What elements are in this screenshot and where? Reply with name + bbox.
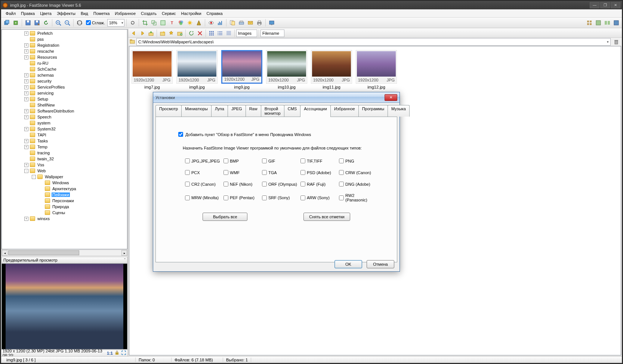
tree-item[interactable]: SchCache (2, 66, 127, 72)
tab-1[interactable]: Миниатюры (181, 105, 212, 117)
favorite-icon[interactable] (167, 29, 175, 37)
preview-collapse-icon[interactable]: ˇ (124, 258, 126, 262)
filetype-checkbox[interactable]: CR2 (Canon) (185, 182, 220, 186)
tree-item[interactable]: Windows (2, 180, 127, 186)
preview-pane[interactable] (1, 263, 127, 349)
tree-item[interactable]: ShellNew (2, 102, 127, 108)
tree-item[interactable]: +Resources (2, 54, 127, 60)
close-button[interactable]: ✕ (611, 2, 620, 8)
ratio-icon[interactable]: 1:1 (107, 351, 113, 355)
folder-tree[interactable]: +Prefetchpss+Registration+rescache+Resou… (1, 29, 127, 249)
clone-icon[interactable] (228, 19, 237, 27)
adjust-light-icon[interactable] (186, 19, 194, 27)
tree-item[interactable]: +Vss (2, 162, 127, 168)
tree-item[interactable]: +winsxs (2, 216, 127, 222)
tree-item[interactable]: +Registration (2, 42, 127, 48)
thumbnail-item[interactable]: 1920x1200JPGimg12.jpg (356, 50, 397, 89)
filetype-checkbox[interactable]: RW2 (Panasonic) (339, 193, 374, 202)
smoothing-checkbox[interactable]: Сглаж. (86, 20, 105, 25)
rotate-icon[interactable] (129, 19, 137, 27)
zoom-in-icon[interactable] (54, 19, 62, 27)
menu-избранное[interactable]: Избранное (112, 10, 138, 16)
filetype-checkbox[interactable]: PEF (Pentax) (223, 193, 259, 202)
filetype-checkbox[interactable]: PCX (185, 170, 220, 175)
view-details-icon[interactable] (225, 29, 233, 37)
copy-to-icon[interactable] (3, 19, 11, 27)
menu-вид[interactable]: Вид (78, 10, 90, 16)
tree-item[interactable]: -Web (2, 168, 127, 174)
nav-forward-icon[interactable] (138, 29, 147, 37)
crop-icon[interactable] (141, 19, 149, 27)
tree-item[interactable]: Сцены (2, 210, 127, 216)
tree-item[interactable]: +ServiceProfiles (2, 84, 127, 90)
tree-item[interactable]: +rescache (2, 48, 127, 54)
reload-icon[interactable] (42, 19, 50, 27)
filetype-checkbox[interactable]: TGA (262, 170, 297, 175)
tab-5[interactable]: Второй монитор (261, 105, 284, 117)
view-compare-icon[interactable] (603, 19, 611, 27)
new-folder-icon[interactable] (176, 29, 184, 37)
view-fullscreen-icon[interactable] (612, 19, 620, 27)
actual-size-icon[interactable]: 1:1 (75, 19, 84, 27)
menu-файл[interactable]: Файл (3, 10, 18, 16)
tree-item[interactable]: +schemas (2, 72, 127, 78)
filetype-checkbox[interactable]: TIF,TIFF (300, 158, 336, 163)
tree-item[interactable]: +Prefetch (2, 30, 127, 36)
save-as-icon[interactable] (33, 19, 41, 27)
save-icon[interactable] (24, 19, 32, 27)
menu-цвета[interactable]: Цвета (38, 10, 54, 16)
tree-item[interactable]: +Speech (2, 114, 127, 120)
filetype-checkbox[interactable]: RAF (Fuji) (300, 182, 336, 186)
filetype-checkbox[interactable]: NEF (Nikon) (223, 182, 259, 186)
scanner-icon[interactable] (237, 19, 246, 27)
lock-icon[interactable] (114, 350, 120, 356)
maximize-button[interactable]: ❐ (600, 2, 610, 8)
tab-3[interactable]: JPEG (228, 105, 246, 117)
menu-создать[interactable]: Создать (139, 10, 159, 16)
sharpen-icon[interactable] (195, 19, 203, 27)
tab-9[interactable]: Программы (358, 105, 388, 117)
view-list-icon[interactable] (216, 29, 224, 37)
tree-item[interactable]: +security (2, 78, 127, 84)
dialog-close-button[interactable]: ✕ (385, 94, 397, 101)
tree-item[interactable]: +System32 (2, 126, 127, 132)
select-all-button[interactable]: Выбрать все (203, 213, 247, 221)
print-icon[interactable] (255, 19, 263, 27)
add-explorer-menu-checkbox[interactable] (178, 132, 183, 137)
tree-item[interactable]: tracing (2, 150, 127, 156)
clear-all-button[interactable]: Снять все отметки (303, 213, 350, 221)
zoom-out-icon[interactable] (63, 19, 71, 27)
redeye-icon[interactable] (207, 19, 215, 27)
tree-item[interactable]: TAPI (2, 132, 127, 138)
filetype-checkbox[interactable]: MRW (Minolta) (185, 193, 220, 202)
tree-item[interactable]: system (2, 120, 127, 126)
tree-item[interactable]: +Setup (2, 96, 127, 102)
sort-combo[interactable]: Filename (260, 30, 284, 37)
tab-0[interactable]: Просмотр (155, 105, 182, 117)
nav-up-icon[interactable] (147, 29, 155, 37)
tree-item[interactable]: +Tasks (2, 138, 127, 144)
nav-back-icon[interactable] (130, 29, 138, 37)
tab-10[interactable]: Музыка (388, 105, 410, 117)
email-icon[interactable] (246, 19, 255, 27)
tree-item[interactable]: +SoftwareDistribution (2, 108, 127, 114)
filetype-checkbox[interactable]: PNG (339, 158, 374, 163)
tree-item[interactable]: ru-RU (2, 60, 127, 66)
address-input[interactable]: C:\Windows\Web\Wallpaper\Landscapes\ (136, 38, 611, 46)
tab-2[interactable]: Лупа (211, 105, 228, 117)
filetype-checkbox[interactable]: PSD (Adobe) (300, 170, 336, 175)
delete-icon[interactable] (196, 29, 204, 37)
tree-item[interactable]: Природа (2, 204, 127, 210)
filetype-checkbox[interactable]: GIF (262, 158, 297, 163)
move-to-icon[interactable] (12, 19, 20, 27)
thumbnail-item[interactable]: 1920x1200JPGimg8.jpg (176, 50, 218, 89)
dialog-titlebar[interactable]: Установки ✕ (153, 92, 400, 103)
filter-combo[interactable]: Images (236, 30, 257, 37)
cancel-button[interactable]: Отмена (367, 260, 394, 268)
resize-icon[interactable] (150, 19, 158, 27)
wallpaper-icon[interactable] (268, 19, 276, 27)
histogram-icon[interactable] (216, 19, 224, 27)
menu-эффекты[interactable]: Эффекты (55, 10, 78, 16)
tab-4[interactable]: Raw (246, 105, 261, 117)
tree-item[interactable]: Персонажи (2, 198, 127, 204)
